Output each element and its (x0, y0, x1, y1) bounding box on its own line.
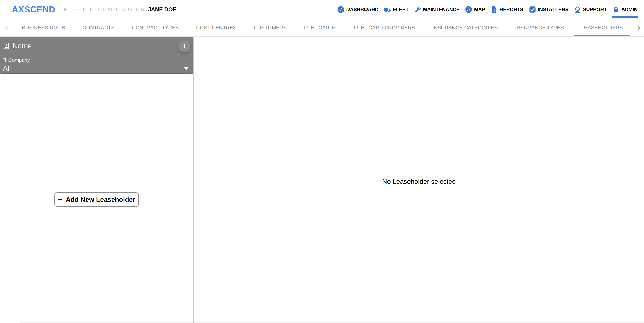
brand-subtitle: FLEET TECHNOLOGIES (64, 7, 146, 13)
brand-divider (60, 5, 60, 15)
tab-contract-types[interactable]: CONTRACT TYPES (125, 19, 186, 36)
company-filter-select[interactable]: All (3, 64, 189, 73)
tab-legal-clipped[interactable]: LEGA (633, 19, 635, 36)
add-new-leaseholder-button[interactable]: + Add New Leaseholder (54, 192, 139, 207)
tab-leaseholders[interactable]: LEASEHOLDERS (574, 19, 630, 36)
report-icon (490, 6, 498, 13)
company-filter-value: All (3, 65, 11, 73)
leaseholder-detail-panel: No Leaseholder selected (194, 38, 644, 323)
app-window: AXSCEND FLEET TECHNOLOGIES JANE DOE DASH… (0, 0, 644, 323)
tab-fuel-cards[interactable]: FUEL CARDS (297, 19, 344, 36)
tab-fuel-card-providers[interactable]: FUEL CARD PROVIDERS (347, 19, 422, 36)
nav-label: ADMIN (621, 7, 638, 13)
nav-label: SUPPORT (583, 7, 607, 13)
leaseholder-list-sidebar: + Company All + Add New Leaseholder (0, 38, 194, 323)
headset-icon (574, 6, 581, 13)
building-icon (2, 58, 6, 63)
gauge-icon (337, 6, 344, 13)
id-badge-icon (3, 42, 10, 50)
add-new-leaseholder-label: Add New Leaseholder (66, 196, 136, 203)
checkbox-icon (529, 6, 536, 13)
nav-fleet[interactable]: FLEET (384, 6, 408, 13)
nav-label: DASHBOARD (346, 7, 378, 13)
tab-insurance-categories[interactable]: INSURANCE CATEGORIES (425, 19, 505, 36)
chevron-down-icon (184, 67, 189, 70)
tab-strip: BUSINESS UNITS CONTRACTS CONTRACT TYPES … (15, 19, 635, 36)
brand-logo: AXSCEND (12, 5, 56, 15)
company-filter-label: Company (8, 57, 30, 63)
tab-customers[interactable]: CUSTOMERS (247, 19, 294, 36)
plus-icon: + (58, 195, 62, 203)
empty-state-message: No Leaseholder selected (194, 178, 644, 185)
name-filter-row (0, 38, 173, 54)
plus-icon: + (182, 42, 187, 50)
truck-icon (384, 6, 391, 13)
company-filter-label-row: Company (2, 57, 30, 63)
company-select-underline (2, 73, 192, 74)
bottom-scroll-hint (20, 321, 644, 323)
name-filter-input[interactable] (12, 42, 173, 50)
globe-icon (465, 6, 472, 13)
top-nav: DASHBOARD FLEET MAINTENANCE MAP (337, 6, 638, 13)
nav-maintenance[interactable]: MAINTENANCE (414, 6, 460, 13)
filter-panel: + Company All (0, 38, 193, 74)
nav-label: MAP (474, 7, 485, 13)
nav-support[interactable]: SUPPORT (574, 6, 607, 13)
tabs-scroll-left-icon[interactable] (4, 25, 10, 31)
tab-cost-centres[interactable]: COST CENTRES (189, 19, 244, 36)
top-header: AXSCEND FLEET TECHNOLOGIES JANE DOE DASH… (0, 0, 644, 19)
user-name: JANE DOE (148, 6, 176, 13)
add-leaseholder-fab-button[interactable]: + (178, 40, 190, 52)
tab-business-units[interactable]: BUSINESS UNITS (15, 19, 72, 36)
nav-label: INSTALLERS (538, 7, 569, 13)
nav-label: MAINTENANCE (423, 7, 460, 13)
nav-label: REPORTS (499, 7, 523, 13)
tabs-scroll-right-icon[interactable] (636, 25, 642, 31)
nav-admin[interactable]: ADMIN (612, 6, 638, 13)
tab-insurance-types[interactable]: INSURANCE TYPES (508, 19, 571, 36)
nav-installers[interactable]: INSTALLERS (529, 6, 569, 13)
tab-contracts[interactable]: CONTRACTS (75, 19, 122, 36)
nav-map[interactable]: MAP (465, 6, 485, 13)
lock-icon (612, 6, 620, 13)
nav-dashboard[interactable]: DASHBOARD (337, 6, 378, 13)
nav-label: FLEET (393, 7, 408, 13)
admin-tab-bar: BUSINESS UNITS CONTRACTS CONTRACT TYPES … (0, 19, 644, 37)
nav-reports[interactable]: REPORTS (490, 6, 523, 13)
wrench-icon (414, 6, 421, 13)
name-input-underline (3, 55, 175, 55)
